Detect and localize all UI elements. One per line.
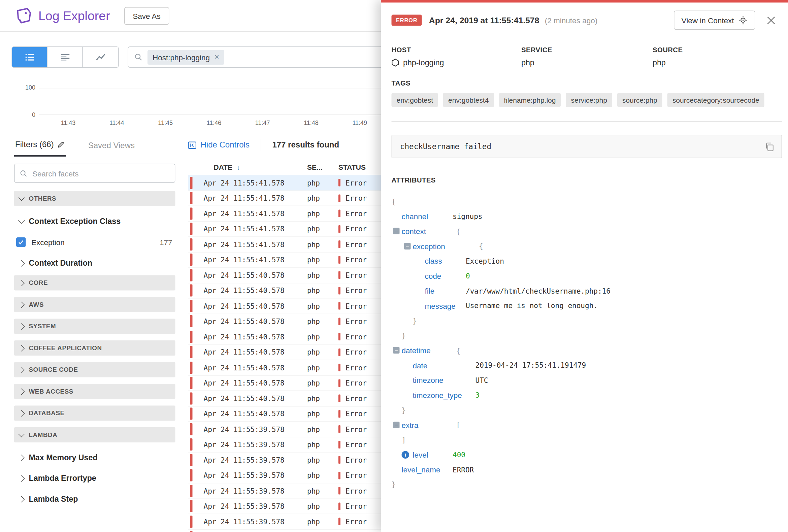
log-row-service: php [307, 179, 338, 187]
search-icon [134, 53, 142, 61]
x-axis-tick: 11:46 [207, 119, 222, 126]
status-text: Error [346, 379, 367, 387]
remove-filter-icon[interactable]: × [215, 53, 219, 61]
attribute-key[interactable]: file [425, 287, 435, 295]
facet-group-core[interactable]: CORE [14, 275, 175, 291]
edit-filters-icon[interactable] [58, 141, 65, 148]
list-view-button[interactable] [12, 47, 47, 67]
facet-item-max-memory-used[interactable]: Max Memory Used [14, 449, 175, 466]
error-status-icon [338, 518, 340, 526]
json-bracket: } [402, 406, 406, 414]
facet-item-context-exception-class[interactable]: Context Exception Class [14, 213, 175, 230]
sort-desc-icon[interactable]: ↓ [236, 163, 240, 171]
save-as-button[interactable]: Save As [124, 7, 170, 24]
facet-group-system[interactable]: SYSTEM [14, 319, 175, 334]
x-axis-tick: 11:48 [304, 119, 319, 126]
attribute-value: 400 [453, 451, 466, 459]
attribute-row: date2019-04-24 17:55:41.191479 [392, 358, 777, 373]
facet-label: Context Exception Class [29, 217, 121, 226]
close-icon[interactable] [765, 14, 777, 26]
attribute-key[interactable]: timezone [413, 376, 444, 385]
log-row-status: Error [338, 210, 367, 218]
view-switcher [12, 46, 119, 68]
attribute-key[interactable]: class [425, 257, 442, 265]
chevron-right-icon [18, 345, 25, 351]
attribute-key[interactable]: exception [413, 242, 445, 251]
collapse-toggle-icon[interactable]: − [393, 347, 400, 354]
meta-value[interactable]: php-logging [392, 58, 521, 67]
tag-env-gobtest4[interactable]: env:gobtest4 [443, 93, 494, 107]
tag-env-gobtest[interactable]: env:gobtest [392, 93, 438, 107]
facet-label: OTHERS [29, 195, 57, 202]
facet-label: WEB ACCESS [29, 388, 74, 395]
facet-value-exception[interactable]: Exception177 [14, 233, 175, 251]
log-row-date: Apr 24 11:55:39.578 [204, 425, 308, 433]
attribute-key[interactable]: context [402, 227, 426, 236]
facet-item-lambda-step[interactable]: Lambda Step [14, 491, 175, 508]
x-axis-tick: 11:45 [158, 119, 173, 126]
column-header-service[interactable]: SE... [307, 163, 338, 171]
column-header-date[interactable]: DATE ↓ [214, 163, 308, 171]
tag-sourcecategory-sourcecode[interactable]: sourcecategory:sourcecode [667, 93, 764, 107]
attribute-key[interactable]: extra [402, 420, 419, 429]
error-status-icon [338, 179, 340, 186]
error-status-icon [338, 456, 340, 464]
timeseries-chart[interactable]: 100 0 11:4311:4411:4511:4611:4711:4811:4… [14, 80, 383, 130]
tag-source-php[interactable]: source:php [617, 93, 663, 107]
facet-label: LAMBDA [29, 431, 58, 438]
attribute-key[interactable]: message [425, 301, 456, 310]
facet-group-coffee-application[interactable]: COFFEE APPLICATION [14, 340, 175, 356]
attribute-key[interactable]: datetime [402, 346, 431, 355]
error-severity-bar [190, 408, 193, 420]
panel-header: ERROR Apr 24, 2019 at 11:55:41.578 (2 mi… [381, 3, 788, 30]
facet-item-lambda-errortype[interactable]: Lambda Errortype [14, 470, 175, 487]
collapse-toggle-icon[interactable]: − [404, 243, 411, 250]
attribute-row: } [392, 328, 777, 343]
copy-icon[interactable] [765, 142, 774, 152]
search-filter-chip[interactable]: Host:php-logging × [147, 50, 224, 65]
facet-search-input[interactable] [31, 169, 155, 178]
tag-filename-php-log[interactable]: filename:php.log [499, 93, 561, 107]
status-text: Error [346, 410, 367, 418]
attribute-key-wrap: code [425, 272, 466, 280]
facet-label: Lambda Errortype [29, 474, 96, 483]
divider [392, 121, 782, 122]
facet-group-web-access[interactable]: WEB ACCESS [14, 384, 175, 399]
attribute-key[interactable]: level_name [402, 465, 440, 474]
facet-group-source-code[interactable]: SOURCE CODE [14, 362, 175, 377]
facet-group-lambda[interactable]: LAMBDA [14, 427, 175, 442]
hide-controls-link[interactable]: Hide Controls [188, 140, 250, 150]
facet-item-context-duration[interactable]: Context Duration [14, 255, 175, 272]
checkbox-checked-icon[interactable] [16, 237, 26, 247]
meta-value[interactable]: php [653, 58, 777, 67]
attribute-key[interactable]: level [413, 451, 428, 459]
log-explorer-app: Log Explorer Save As [0, 0, 788, 532]
status-text: Error [346, 471, 367, 479]
facet-group-others[interactable]: OTHERS [14, 191, 175, 206]
column-header-status[interactable]: STATUS [338, 163, 366, 171]
tag-service-php[interactable]: service:php [566, 93, 612, 107]
meta-label: SOURCE [653, 46, 777, 54]
chevron-right-icon [18, 260, 25, 266]
attribute-value: 3 [475, 391, 480, 399]
tab-saved-views[interactable]: Saved Views [87, 136, 136, 157]
collapse-toggle-icon[interactable]: − [393, 421, 400, 428]
error-severity-bar [190, 269, 193, 281]
facet-group-aws[interactable]: AWS [14, 297, 175, 312]
attribute-key[interactable]: code [425, 272, 441, 280]
attribute-key[interactable]: date [413, 361, 428, 370]
collapse-toggle-icon[interactable]: − [393, 228, 400, 235]
facet-group-database[interactable]: DATABASE [14, 406, 175, 421]
attribute-key[interactable]: timezone_type [413, 391, 462, 400]
facet-label: Lambda Step [29, 495, 78, 504]
meta-value[interactable]: php [521, 58, 653, 67]
chart-view-button[interactable] [83, 47, 118, 67]
tab-filters[interactable]: Filters (66) [14, 136, 66, 157]
error-severity-bar [190, 515, 193, 528]
attribute-key[interactable]: channel [402, 212, 428, 221]
log-row-date: Apr 24 11:55:41.578 [204, 256, 308, 264]
aggregate-view-button[interactable] [47, 47, 83, 67]
view-in-context-button[interactable]: View in Context [674, 11, 755, 30]
log-row-service: php [307, 302, 338, 310]
facet-label: CORE [29, 279, 48, 287]
